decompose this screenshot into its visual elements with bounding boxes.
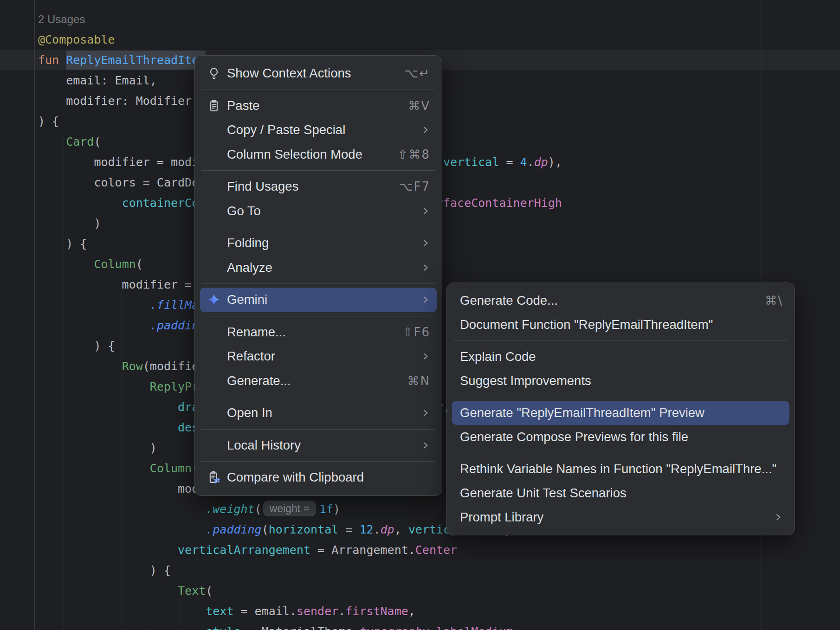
code-token: typography bbox=[359, 625, 429, 630]
code-line[interactable]: fun ReplyEmailThreadItem( bbox=[38, 50, 213, 71]
menu-item-generate-replyemailthreaditem-preview[interactable]: Generate "ReplyEmailThreadItem" Preview bbox=[452, 401, 789, 425]
parameter-name-inlay-hint: weight = bbox=[263, 501, 316, 516]
code-line[interactable]: ) bbox=[38, 213, 101, 234]
code-token: ) bbox=[38, 441, 157, 455]
code-token: Center bbox=[415, 543, 457, 557]
code-line[interactable]: text = email.sender.firstName, bbox=[38, 601, 415, 622]
menu-item-label: Gemini bbox=[227, 292, 267, 307]
menu-item-prompt-library[interactable]: Prompt Library bbox=[452, 505, 789, 529]
code-line[interactable]: style = MaterialTheme.typography.labelMe… bbox=[38, 622, 513, 630]
code-token: = MaterialTheme. bbox=[241, 625, 360, 630]
code-token: ( bbox=[255, 502, 262, 516]
menu-item-label: Compare with Clipboard bbox=[227, 470, 364, 485]
code-token: . bbox=[338, 604, 345, 618]
code-token: text bbox=[206, 604, 233, 618]
code-line[interactable]: ) { bbox=[38, 336, 115, 356]
menu-item-label: Suggest Improvements bbox=[460, 373, 591, 388]
code-token: ReplyEmailThreadItem bbox=[66, 53, 206, 67]
code-line[interactable]: .weight(weight =1f) bbox=[38, 499, 340, 520]
menu-separator bbox=[201, 283, 435, 284]
menu-separator bbox=[201, 90, 435, 90]
menu-item-go-to[interactable]: Go To bbox=[200, 199, 437, 224]
code-token bbox=[38, 523, 206, 536]
code-line[interactable]: Card( bbox=[38, 132, 101, 152]
code-line[interactable]: @Composable bbox=[38, 30, 115, 50]
code-token: verticalArrangement bbox=[178, 543, 310, 557]
code-token: horizontal bbox=[269, 523, 339, 536]
menu-item-gemini[interactable]: Gemini bbox=[200, 288, 437, 312]
menu-item-rethink-variable-names-in-function-replyemailthre[interactable]: Rethink Variable Names in Function "Repl… bbox=[452, 457, 789, 481]
code-line[interactable]: email: Email, bbox=[38, 71, 157, 91]
code-token: ( bbox=[94, 135, 101, 148]
code-token: fun bbox=[38, 53, 66, 67]
code-token bbox=[38, 380, 150, 393]
menu-item-label: Folding bbox=[227, 236, 269, 251]
code-line[interactable]: ) { bbox=[38, 560, 171, 581]
menu-separator bbox=[453, 341, 788, 341]
code-token bbox=[38, 462, 150, 475]
menu-item-find-usages[interactable]: Find Usages⌥F7 bbox=[200, 174, 437, 199]
usages-inlay-hint[interactable]: 2 Usages bbox=[38, 9, 85, 30]
menu-item-generate-unit-test-scenarios[interactable]: Generate Unit Test Scenarios bbox=[452, 481, 789, 505]
code-token bbox=[38, 502, 206, 516]
submenu-chevron-icon bbox=[421, 295, 430, 304]
code-token: 2 Usages bbox=[38, 13, 85, 26]
code-token: ( bbox=[136, 257, 143, 271]
code-token bbox=[38, 319, 150, 332]
code-line[interactable]: Column( bbox=[38, 254, 143, 275]
code-line[interactable]: verticalArrangement = Arrangement.Center bbox=[38, 540, 457, 560]
code-token: .padding bbox=[206, 523, 261, 536]
code-line[interactable]: ) { bbox=[38, 111, 59, 132]
menu-item-copy-paste-special[interactable]: Copy / Paste Special bbox=[200, 118, 437, 142]
menu-item-document-function-replyemailthreaditem[interactable]: Document Function "ReplyEmailThreadItem" bbox=[452, 313, 789, 337]
code-line[interactable]: ) bbox=[38, 438, 157, 458]
code-token: 1f bbox=[319, 502, 333, 516]
menu-item-open-in[interactable]: Open In bbox=[200, 401, 437, 425]
menu-item-rename[interactable]: Rename...⇧F6 bbox=[200, 320, 437, 345]
menu-item-label: Analyze bbox=[227, 260, 272, 275]
menu-item-compare-with-clipboard[interactable]: Compare with Clipboard bbox=[200, 465, 437, 490]
menu-item-label: Column Selection Mode bbox=[227, 147, 362, 162]
menu-item-paste[interactable]: Paste⌘V bbox=[200, 94, 437, 118]
code-token: email: Email, bbox=[38, 74, 157, 87]
code-token: labelMedium bbox=[436, 625, 513, 630]
code-token bbox=[38, 196, 122, 210]
menu-item-shortcut: ⇧F6 bbox=[389, 325, 430, 339]
code-token: , bbox=[394, 523, 408, 536]
menu-item-column-selection-mode[interactable]: Column Selection Mode⇧⌘8 bbox=[200, 142, 437, 167]
menu-separator bbox=[201, 461, 435, 462]
code-line[interactable]: Column( bbox=[38, 458, 199, 479]
code-token: ) { bbox=[38, 115, 59, 128]
menu-item-local-history[interactable]: Local History bbox=[200, 433, 437, 458]
menu-item-suggest-improvements[interactable]: Suggest Improvements bbox=[452, 369, 789, 393]
code-token: @Composable bbox=[38, 33, 115, 46]
code-line[interactable]: Text( bbox=[38, 581, 213, 601]
code-token: = email. bbox=[233, 604, 296, 618]
code-line[interactable]: ) { bbox=[38, 234, 87, 254]
menu-item-label: Generate Unit Test Scenarios bbox=[460, 486, 627, 501]
code-token bbox=[38, 360, 122, 373]
editor-context-menu: Show Context Actions⌥↵Paste⌘VCopy / Past… bbox=[194, 55, 442, 496]
code-token: ( bbox=[262, 523, 269, 536]
menu-item-shortcut: ⇧⌘8 bbox=[384, 148, 430, 161]
code-token: dp bbox=[534, 155, 548, 169]
menu-item-explain-code[interactable]: Explain Code bbox=[452, 345, 789, 369]
code-token: vertical bbox=[443, 155, 499, 169]
clipboard-compare-icon bbox=[207, 470, 221, 484]
menu-item-generate[interactable]: Generate...⌘N bbox=[200, 369, 437, 393]
code-token: = Arrangement. bbox=[310, 543, 415, 557]
menu-item-refactor[interactable]: Refactor bbox=[200, 344, 437, 369]
submenu-chevron-icon bbox=[421, 408, 430, 418]
menu-item-label: Find Usages bbox=[227, 179, 298, 194]
code-token: dp bbox=[381, 523, 394, 536]
submenu-chevron-icon bbox=[421, 125, 430, 135]
menu-item-label: Refactor bbox=[227, 349, 275, 364]
menu-item-generate-code[interactable]: Generate Code...⌘\ bbox=[452, 289, 789, 313]
menu-item-generate-compose-previews-for-this-file[interactable]: Generate Compose Previews for this file bbox=[452, 425, 789, 449]
menu-item-folding[interactable]: Folding bbox=[200, 231, 437, 256]
lightbulb-icon bbox=[207, 66, 221, 80]
menu-item-show-context-actions[interactable]: Show Context Actions⌥↵ bbox=[200, 61, 437, 86]
code-token: . bbox=[527, 155, 534, 169]
code-token bbox=[38, 298, 150, 312]
menu-item-analyze[interactable]: Analyze bbox=[200, 256, 437, 280]
